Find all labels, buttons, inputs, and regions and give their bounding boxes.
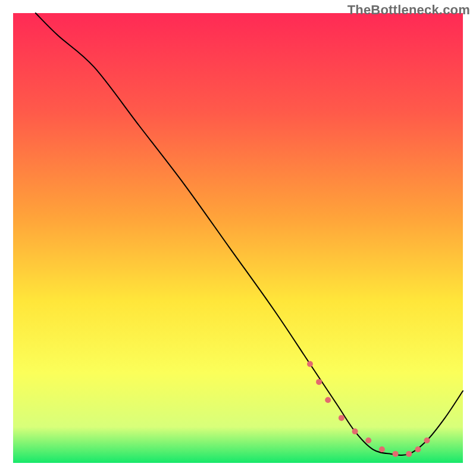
optimal-marker [307,361,313,367]
optimal-marker [339,415,345,421]
optimal-marker [316,379,322,385]
optimal-marker [415,446,421,452]
gradient-background [13,13,463,463]
optimal-marker [365,437,371,443]
chart-container: TheBottleneck.com [0,0,476,476]
optimal-marker [393,451,399,457]
bottleneck-chart [0,0,476,476]
optimal-marker [379,446,385,452]
optimal-marker [424,437,430,443]
optimal-marker [406,451,412,457]
optimal-marker [325,397,331,403]
optimal-marker [352,428,358,434]
